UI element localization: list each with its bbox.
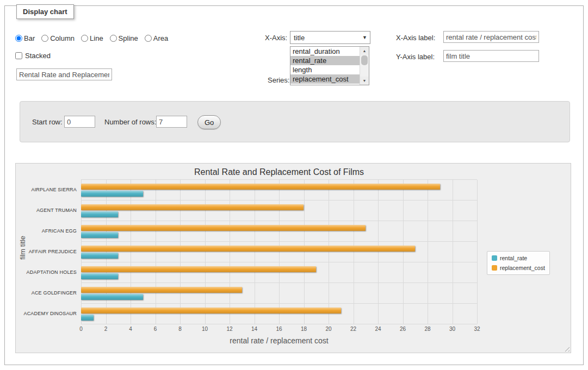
chart-type-radio-label: Column xyxy=(50,34,75,42)
rental_rate-bar xyxy=(81,232,118,238)
chart-type-radio-label: Area xyxy=(153,34,168,42)
bar-row xyxy=(81,283,477,304)
legend-swatch-icon xyxy=(492,255,497,261)
num-rows-input[interactable] xyxy=(156,116,187,128)
bar-rows xyxy=(81,180,477,324)
category-labels: AIRPLANE SIERRAAGENT TRUMANAFRICAN EGGAF… xyxy=(16,179,77,324)
chart-type-radio-bar[interactable] xyxy=(15,35,22,42)
start-row-input[interactable] xyxy=(64,116,95,128)
xaxis-select[interactable]: title ▼ xyxy=(290,31,370,44)
chart-type-radio-label: Spline xyxy=(119,34,138,42)
x-tick-label: 22 xyxy=(350,326,356,332)
x-axis-title: rental rate / replacement cost xyxy=(81,336,477,345)
rental_rate-bar xyxy=(81,253,118,259)
replacement_cost-bar xyxy=(81,225,366,231)
replacement_cost-bar xyxy=(81,246,415,252)
chart-type-radio-label: Line xyxy=(90,34,103,42)
resize-handle-icon[interactable] xyxy=(563,345,570,352)
legend-swatch-icon xyxy=(492,265,497,271)
display-chart-page: Display chart BarColumnLineSplineArea St… xyxy=(0,0,588,370)
series-options: rental_durationrental_ratelengthreplacem… xyxy=(290,47,360,84)
rental_rate-bar xyxy=(81,294,143,300)
x-tick-label: 32 xyxy=(474,326,480,332)
category-label: AFFAIR PREJUDICE xyxy=(16,241,77,262)
stacked-checkbox[interactable] xyxy=(15,52,22,59)
bar-row xyxy=(81,242,477,262)
display-chart-panel: Display chart BarColumnLineSplineArea St… xyxy=(4,5,584,365)
x-tick-label: 28 xyxy=(424,326,430,332)
chart-title-input[interactable] xyxy=(16,68,112,80)
stacked-checkbox-row[interactable]: Stacked xyxy=(15,52,51,60)
go-button[interactable]: Go xyxy=(197,115,221,129)
chart-type-radio-label: Bar xyxy=(24,34,35,42)
series-select-label: Series: xyxy=(268,76,289,84)
series-option-replacement_cost[interactable]: replacement_cost xyxy=(290,74,360,84)
series-option-rental_rate[interactable]: rental_rate xyxy=(290,56,360,65)
x-tick-label: 0 xyxy=(79,326,83,332)
x-tick-label: 18 xyxy=(301,326,307,332)
plot-area xyxy=(81,179,477,324)
x-tick-label: 14 xyxy=(251,326,257,332)
chart-type-option-line[interactable]: Line xyxy=(81,34,103,42)
x-tick-label: 12 xyxy=(226,326,232,332)
panel-title: Display chart xyxy=(16,4,74,19)
stacked-label: Stacked xyxy=(25,52,51,60)
series-scrollbar[interactable]: ▲ ▼ xyxy=(360,47,369,85)
replacement_cost-bar xyxy=(81,266,316,272)
yaxis-label-label: Y-Axis label: xyxy=(396,53,435,61)
x-tick-label: 10 xyxy=(202,326,208,332)
x-axis-ticks: 02468101214161820222426283032 xyxy=(81,326,477,333)
category-label: AIRPLANE SIERRA xyxy=(16,179,77,200)
rental_rate-bar xyxy=(81,273,118,279)
x-tick-label: 6 xyxy=(154,326,157,332)
bar-row xyxy=(81,304,477,324)
legend-item-rental_rate[interactable]: rental_rate xyxy=(492,255,545,261)
xaxis-select-label: X-Axis: xyxy=(265,34,287,42)
chart-type-option-column[interactable]: Column xyxy=(41,34,75,42)
chart-type-option-bar[interactable]: Bar xyxy=(15,34,35,42)
rental_rate-bar xyxy=(81,211,118,217)
series-option-length[interactable]: length xyxy=(290,65,360,74)
chart-type-option-spline[interactable]: Spline xyxy=(110,34,138,42)
row-controls-panel: Start row: Number of rows: Go xyxy=(20,101,570,142)
bar-row xyxy=(81,200,477,221)
legend-item-replacement_cost[interactable]: replacement_cost xyxy=(492,265,545,271)
x-tick-label: 8 xyxy=(178,326,182,332)
x-tick-label: 24 xyxy=(375,326,381,332)
xaxis-select-value: title xyxy=(294,34,305,42)
category-label: ACADEMY DINOSAUR xyxy=(16,303,77,324)
chart-type-option-area[interactable]: Area xyxy=(145,34,168,42)
chart-type-radio-line[interactable] xyxy=(81,35,88,42)
start-row-label: Start row: xyxy=(32,118,63,126)
gridline xyxy=(477,180,478,324)
replacement_cost-bar xyxy=(81,308,341,313)
chart-container: Rental Rate and Replacement Cost of Film… xyxy=(15,163,571,353)
x-tick-label: 4 xyxy=(129,326,132,332)
scrollbar-thumb[interactable] xyxy=(361,55,368,65)
x-tick-label: 20 xyxy=(325,326,331,332)
category-label: ACE GOLDFINGER xyxy=(16,283,77,303)
replacement_cost-bar xyxy=(81,184,440,190)
scroll-up-icon[interactable]: ▲ xyxy=(360,47,369,55)
category-label: ADAPTATION HOLES xyxy=(16,262,77,283)
series-multiselect[interactable]: rental_durationrental_ratelengthreplacem… xyxy=(290,46,369,85)
num-rows-label: Number of rows: xyxy=(104,118,156,126)
chevron-down-icon: ▼ xyxy=(362,35,367,40)
xaxis-label-input[interactable] xyxy=(443,31,539,43)
replacement_cost-bar xyxy=(81,204,304,210)
legend-label: rental_rate xyxy=(500,255,527,261)
bar-row xyxy=(81,262,477,283)
legend-label: replacement_cost xyxy=(500,265,545,271)
x-tick-label: 30 xyxy=(449,326,455,332)
chart-type-radio-column[interactable] xyxy=(41,35,48,42)
category-label: AGENT TRUMAN xyxy=(16,200,77,221)
chart-type-radio-spline[interactable] xyxy=(110,35,117,42)
xaxis-label-label: X-Axis label: xyxy=(396,34,435,42)
yaxis-label-input[interactable] xyxy=(443,50,539,62)
chart-legend: rental_ratereplacement_cost xyxy=(487,251,550,275)
rental_rate-bar xyxy=(81,315,94,321)
series-option-rental_duration[interactable]: rental_duration xyxy=(290,47,360,56)
x-tick-label: 26 xyxy=(400,326,406,332)
scroll-down-icon[interactable]: ▼ xyxy=(360,77,369,85)
chart-type-radio-area[interactable] xyxy=(145,35,152,42)
